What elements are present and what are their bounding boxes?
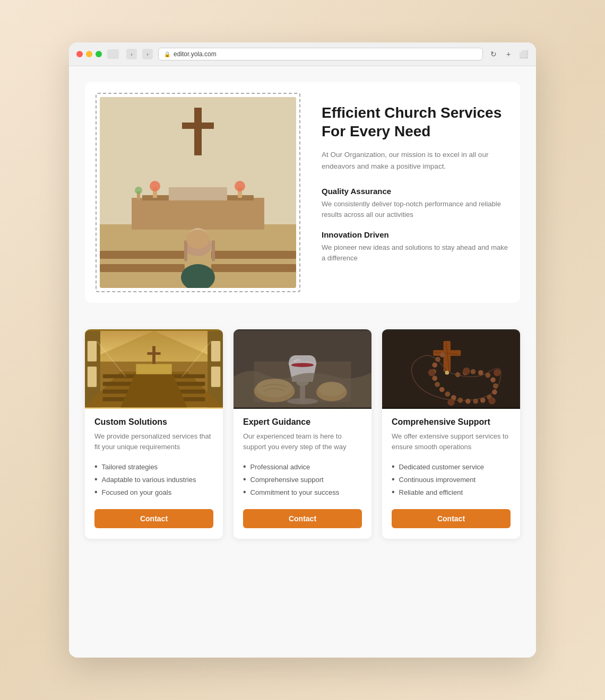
svg-point-67	[471, 369, 476, 374]
list-item: Focused on your goals	[94, 486, 213, 498]
contact-button-expert[interactable]: Contact	[243, 509, 362, 528]
svg-point-69	[486, 373, 491, 378]
contact-button-custom[interactable]: Contact	[94, 509, 213, 528]
extensions-button[interactable]: ⬜	[518, 49, 529, 59]
svg-rect-22	[184, 240, 187, 261]
card-desc-expert: Our experienced team is here to support …	[243, 431, 362, 452]
list-item: Commitment to your success	[243, 486, 362, 498]
svg-point-91	[428, 369, 435, 376]
back-button[interactable]: ‹	[126, 49, 137, 59]
list-item: Dedicated customer service	[392, 460, 511, 473]
svg-rect-44	[136, 364, 171, 374]
hero-image-wrapper	[96, 93, 300, 292]
card-image-communion	[234, 329, 371, 409]
browser-window: ‹ › 🔒 editor.yola.com ↻ + ⬜	[69, 42, 536, 658]
hero-section: Efficient Church Services For Every Need…	[85, 82, 520, 303]
feature-item-innovation: Innovation Driven We pioneer new ideas a…	[322, 230, 509, 263]
browser-chrome: ‹ › 🔒 editor.yola.com ↻ + ⬜	[69, 42, 536, 66]
hero-title: Efficient Church Services For Every Need	[322, 103, 509, 141]
svg-point-13	[135, 187, 142, 194]
svg-point-86	[440, 352, 445, 357]
svg-point-24	[186, 230, 210, 249]
url-text: editor.yola.com	[174, 50, 217, 58]
traffic-light-green[interactable]	[96, 51, 102, 57]
svg-rect-46	[147, 352, 160, 355]
card-image-rosary	[382, 329, 520, 409]
svg-point-72	[492, 390, 497, 395]
svg-rect-35	[103, 374, 136, 379]
svg-point-74	[480, 398, 486, 403]
feature-desc-innovation: We pioneer new ideas and solutions to st…	[322, 242, 509, 263]
traffic-light-yellow[interactable]	[86, 51, 92, 57]
svg-point-79	[445, 391, 450, 397]
sidebar-toggle-button[interactable]	[107, 49, 119, 59]
forward-button[interactable]: ›	[142, 49, 153, 59]
svg-rect-6	[194, 108, 202, 155]
hero-description: At Our Organization, our mission is to e…	[322, 149, 509, 172]
svg-point-77	[458, 398, 463, 403]
card-image-church-interior	[85, 329, 223, 409]
card-body-custom: Custom Solutions We provide personalized…	[85, 409, 223, 539]
card-title-expert: Expert Guidance	[243, 417, 362, 427]
card-title-support: Comprehensive Support	[392, 417, 511, 427]
svg-point-75	[473, 399, 478, 404]
cards-section: Custom Solutions We provide personalized…	[85, 329, 520, 539]
browser-content: Efficient Church Services For Every Need…	[69, 66, 536, 658]
traffic-lights	[76, 51, 102, 57]
hero-image-dashed-border	[96, 93, 300, 292]
svg-point-92	[445, 371, 449, 375]
svg-point-76	[465, 399, 471, 404]
svg-rect-23	[212, 240, 215, 261]
svg-point-87	[463, 368, 470, 374]
svg-point-82	[432, 376, 437, 381]
rosary-svg	[382, 329, 520, 409]
church-svg-scene	[100, 97, 296, 288]
svg-rect-33	[211, 366, 220, 387]
share-button[interactable]: ↻	[488, 49, 499, 59]
communion-svg	[234, 329, 371, 409]
card-list-expert: Professional advice Comprehensive suppor…	[243, 460, 362, 498]
new-tab-button[interactable]: +	[503, 49, 514, 59]
feature-title-quality: Quality Assurance	[322, 187, 509, 196]
list-item: Reliable and efficient	[392, 486, 511, 498]
svg-rect-39	[172, 374, 205, 379]
card-comprehensive-support: Comprehensive Support We offer extensive…	[382, 329, 520, 539]
hero-text: Efficient Church Services For Every Need…	[322, 93, 509, 274]
svg-rect-30	[88, 341, 97, 362]
feature-desc-quality: We consistently deliver top-notch perfor…	[322, 199, 509, 220]
svg-rect-45	[152, 346, 155, 364]
svg-point-68	[478, 370, 483, 375]
hero-image	[100, 97, 296, 288]
svg-point-70	[490, 377, 496, 382]
traffic-light-red[interactable]	[76, 51, 83, 57]
svg-point-88	[494, 369, 500, 376]
svg-rect-16	[100, 264, 185, 272]
svg-point-89	[488, 397, 495, 404]
contact-button-support[interactable]: Contact	[392, 509, 511, 528]
list-item: Comprehensive support	[243, 473, 362, 486]
url-bar[interactable]: 🔒 editor.yola.com	[158, 48, 483, 60]
svg-point-9	[150, 181, 160, 191]
svg-point-85	[435, 357, 440, 362]
svg-rect-14	[100, 251, 185, 259]
svg-point-55	[291, 363, 314, 367]
svg-point-81	[435, 382, 440, 387]
svg-rect-5	[169, 187, 227, 200]
card-body-expert: Expert Guidance Our experienced team is …	[234, 409, 371, 539]
svg-rect-32	[211, 341, 220, 362]
card-body-support: Comprehensive Support We offer extensive…	[382, 409, 520, 539]
feature-item-quality: Quality Assurance We consistently delive…	[322, 187, 509, 220]
svg-rect-61	[444, 341, 451, 372]
lock-icon: 🔒	[164, 51, 170, 57]
feature-title-innovation: Innovation Driven	[322, 230, 509, 239]
card-list-support: Dedicated customer service Continuous im…	[392, 460, 511, 498]
svg-point-90	[447, 399, 454, 406]
svg-rect-31	[88, 366, 97, 387]
list-item: Tailored strategies	[94, 460, 213, 473]
card-desc-custom: We provide personalized services that fi…	[94, 431, 213, 452]
svg-point-84	[432, 362, 437, 368]
svg-rect-15	[211, 251, 296, 259]
card-list-custom: Tailored strategies Adaptable to various…	[94, 460, 213, 498]
svg-rect-17	[211, 264, 296, 272]
svg-point-11	[235, 181, 245, 191]
